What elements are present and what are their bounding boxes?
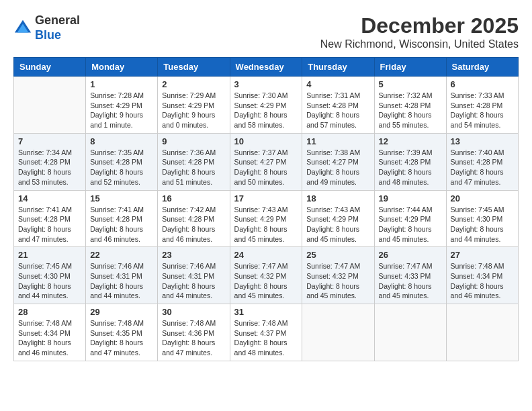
day-info: Sunrise: 7:47 AMSunset: 4:33 PMDaylight:… xyxy=(379,261,442,301)
table-row: 6Sunrise: 7:33 AMSunset: 4:28 PMDaylight… xyxy=(446,77,518,134)
calendar-week-row: 7Sunrise: 7:34 AMSunset: 4:28 PMDaylight… xyxy=(14,133,519,190)
day-info: Sunrise: 7:44 AMSunset: 4:29 PMDaylight:… xyxy=(379,205,442,244)
calendar-week-row: 28Sunrise: 7:48 AMSunset: 4:34 PMDayligh… xyxy=(14,304,519,361)
day-info: Sunrise: 7:28 AMSunset: 4:29 PMDaylight:… xyxy=(90,91,153,130)
logo-text: General Blue xyxy=(35,13,80,42)
calendar-table: Sunday Monday Tuesday Wednesday Thursday… xyxy=(13,57,519,361)
table-row: 18Sunrise: 7:43 AMSunset: 4:29 PMDayligh… xyxy=(302,190,374,247)
logo: General Blue xyxy=(13,13,80,42)
table-row: 25Sunrise: 7:47 AMSunset: 4:32 PMDayligh… xyxy=(302,247,374,304)
day-number: 17 xyxy=(234,193,298,203)
day-number: 6 xyxy=(451,79,514,89)
day-number: 4 xyxy=(306,79,369,89)
day-info: Sunrise: 7:48 AMSunset: 4:37 PMDaylight:… xyxy=(234,318,298,358)
day-info: Sunrise: 7:46 AMSunset: 4:31 PMDaylight:… xyxy=(90,261,153,301)
table-row: 8Sunrise: 7:35 AMSunset: 4:28 PMDaylight… xyxy=(86,133,158,190)
day-number: 28 xyxy=(18,307,81,317)
table-row: 4Sunrise: 7:31 AMSunset: 4:28 PMDaylight… xyxy=(302,77,374,134)
day-info: Sunrise: 7:33 AMSunset: 4:28 PMDaylight:… xyxy=(451,91,514,130)
calendar-week-row: 1Sunrise: 7:28 AMSunset: 4:29 PMDaylight… xyxy=(14,77,519,134)
day-number: 16 xyxy=(162,193,225,203)
table-row: 11Sunrise: 7:38 AMSunset: 4:27 PMDayligh… xyxy=(302,133,374,190)
table-row: 23Sunrise: 7:46 AMSunset: 4:31 PMDayligh… xyxy=(158,247,230,304)
table-row: 22Sunrise: 7:46 AMSunset: 4:31 PMDayligh… xyxy=(86,247,158,304)
day-number: 25 xyxy=(306,250,369,260)
header-tuesday: Tuesday xyxy=(158,58,230,77)
table-row: 12Sunrise: 7:39 AMSunset: 4:28 PMDayligh… xyxy=(374,133,446,190)
day-info: Sunrise: 7:48 AMSunset: 4:35 PMDaylight:… xyxy=(90,318,153,358)
table-row: 26Sunrise: 7:47 AMSunset: 4:33 PMDayligh… xyxy=(374,247,446,304)
table-row: 20Sunrise: 7:45 AMSunset: 4:30 PMDayligh… xyxy=(446,190,518,247)
day-number: 20 xyxy=(451,193,514,203)
day-info: Sunrise: 7:43 AMSunset: 4:29 PMDaylight:… xyxy=(234,205,298,244)
day-info: Sunrise: 7:29 AMSunset: 4:29 PMDaylight:… xyxy=(162,91,225,130)
day-info: Sunrise: 7:37 AMSunset: 4:27 PMDaylight:… xyxy=(234,148,298,187)
header-thursday: Thursday xyxy=(302,58,374,77)
day-number: 18 xyxy=(306,193,369,203)
day-info: Sunrise: 7:41 AMSunset: 4:28 PMDaylight:… xyxy=(90,205,153,244)
title-section: December 2025 New Richmond, Wisconsin, U… xyxy=(320,13,519,50)
day-number: 23 xyxy=(162,250,225,260)
logo-icon xyxy=(13,19,32,38)
table-row: 7Sunrise: 7:34 AMSunset: 4:28 PMDaylight… xyxy=(14,133,86,190)
table-row: 10Sunrise: 7:37 AMSunset: 4:27 PMDayligh… xyxy=(230,133,302,190)
day-info: Sunrise: 7:48 AMSunset: 4:36 PMDaylight:… xyxy=(162,318,225,358)
day-info: Sunrise: 7:46 AMSunset: 4:31 PMDaylight:… xyxy=(162,261,225,301)
day-info: Sunrise: 7:48 AMSunset: 4:34 PMDaylight:… xyxy=(18,318,81,358)
header-monday: Monday xyxy=(86,58,158,77)
table-row: 5Sunrise: 7:32 AMSunset: 4:28 PMDaylight… xyxy=(374,77,446,134)
table-row xyxy=(14,77,86,134)
table-row: 17Sunrise: 7:43 AMSunset: 4:29 PMDayligh… xyxy=(230,190,302,247)
day-info: Sunrise: 7:48 AMSunset: 4:34 PMDaylight:… xyxy=(451,261,514,301)
day-info: Sunrise: 7:31 AMSunset: 4:28 PMDaylight:… xyxy=(306,91,369,130)
location-title: New Richmond, Wisconsin, United States xyxy=(320,38,519,50)
page-header: General Blue December 2025 New Richmond,… xyxy=(13,13,519,50)
table-row: 14Sunrise: 7:41 AMSunset: 4:28 PMDayligh… xyxy=(14,190,86,247)
day-number: 11 xyxy=(306,136,369,146)
table-row: 15Sunrise: 7:41 AMSunset: 4:28 PMDayligh… xyxy=(86,190,158,247)
day-number: 3 xyxy=(234,79,298,89)
day-number: 1 xyxy=(90,79,153,89)
calendar-week-row: 21Sunrise: 7:45 AMSunset: 4:30 PMDayligh… xyxy=(14,247,519,304)
day-number: 9 xyxy=(162,136,225,146)
day-number: 8 xyxy=(90,136,153,146)
day-number: 22 xyxy=(90,250,153,260)
day-info: Sunrise: 7:32 AMSunset: 4:28 PMDaylight:… xyxy=(379,91,442,130)
table-row: 31Sunrise: 7:48 AMSunset: 4:37 PMDayligh… xyxy=(230,304,302,361)
table-row: 28Sunrise: 7:48 AMSunset: 4:34 PMDayligh… xyxy=(14,304,86,361)
header-sunday: Sunday xyxy=(14,58,86,77)
day-number: 30 xyxy=(162,307,225,317)
header-friday: Friday xyxy=(374,58,446,77)
table-row: 27Sunrise: 7:48 AMSunset: 4:34 PMDayligh… xyxy=(446,247,518,304)
day-number: 19 xyxy=(379,193,442,203)
day-info: Sunrise: 7:45 AMSunset: 4:30 PMDaylight:… xyxy=(451,205,514,244)
table-row: 30Sunrise: 7:48 AMSunset: 4:36 PMDayligh… xyxy=(158,304,230,361)
table-row: 9Sunrise: 7:36 AMSunset: 4:28 PMDaylight… xyxy=(158,133,230,190)
day-number: 15 xyxy=(90,193,153,203)
day-number: 31 xyxy=(234,307,298,317)
table-row: 2Sunrise: 7:29 AMSunset: 4:29 PMDaylight… xyxy=(158,77,230,134)
day-info: Sunrise: 7:34 AMSunset: 4:28 PMDaylight:… xyxy=(18,148,81,187)
table-row: 19Sunrise: 7:44 AMSunset: 4:29 PMDayligh… xyxy=(374,190,446,247)
day-number: 21 xyxy=(18,250,81,260)
logo-blue: Blue xyxy=(35,28,61,42)
day-info: Sunrise: 7:42 AMSunset: 4:28 PMDaylight:… xyxy=(162,205,225,244)
day-number: 27 xyxy=(451,250,514,260)
day-number: 26 xyxy=(379,250,442,260)
table-row: 3Sunrise: 7:30 AMSunset: 4:29 PMDaylight… xyxy=(230,77,302,134)
table-row: 21Sunrise: 7:45 AMSunset: 4:30 PMDayligh… xyxy=(14,247,86,304)
day-number: 10 xyxy=(234,136,298,146)
day-info: Sunrise: 7:43 AMSunset: 4:29 PMDaylight:… xyxy=(306,205,369,244)
day-number: 12 xyxy=(379,136,442,146)
day-info: Sunrise: 7:45 AMSunset: 4:30 PMDaylight:… xyxy=(18,261,81,301)
day-number: 2 xyxy=(162,79,225,89)
day-info: Sunrise: 7:36 AMSunset: 4:28 PMDaylight:… xyxy=(162,148,225,187)
logo-general: General xyxy=(35,13,80,27)
day-number: 24 xyxy=(234,250,298,260)
day-info: Sunrise: 7:30 AMSunset: 4:29 PMDaylight:… xyxy=(234,91,298,130)
header-saturday: Saturday xyxy=(446,58,518,77)
table-row: 1Sunrise: 7:28 AMSunset: 4:29 PMDaylight… xyxy=(86,77,158,134)
table-row xyxy=(374,304,446,361)
day-info: Sunrise: 7:40 AMSunset: 4:28 PMDaylight:… xyxy=(451,148,514,187)
calendar-week-row: 14Sunrise: 7:41 AMSunset: 4:28 PMDayligh… xyxy=(14,190,519,247)
